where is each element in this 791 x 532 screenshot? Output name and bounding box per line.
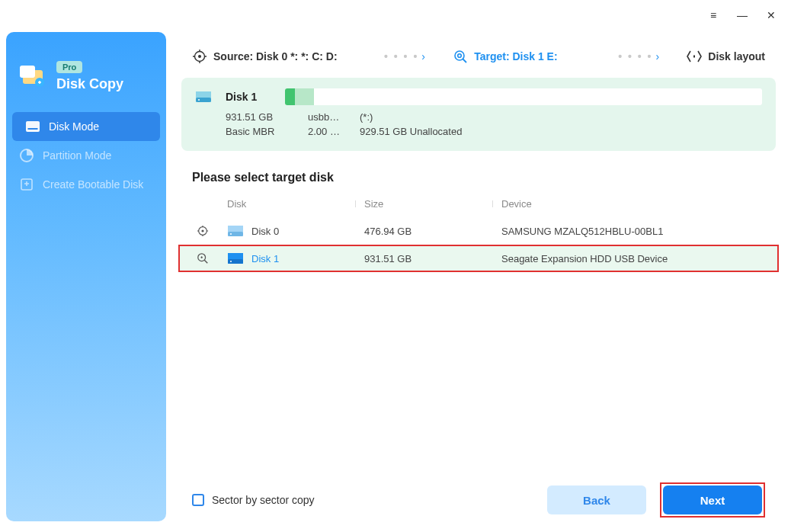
cell-size: 476.94 GB [360,226,497,237]
sidebar: Pro Disk Copy Disk Mode Partition Mode C… [6,32,166,521]
pro-badge: Pro [56,61,82,73]
source-marker-icon [192,225,223,237]
svg-point-8 [198,55,201,58]
svg-point-18 [230,233,232,235]
step-separator: • • • •› [618,50,661,62]
svg-rect-11 [693,56,695,58]
disk-card-scheme: Basic MBR [226,126,294,137]
step-target-label: Target: Disk 1 E: [474,50,557,62]
back-button[interactable]: Back [547,486,646,514]
disk-card-seg2-label: (*:) [360,111,373,123]
cell-disk: Disk 0 [223,225,360,237]
svg-point-10 [458,54,462,58]
target-icon [453,49,468,64]
step-target[interactable]: Target: Disk 1 E: [453,49,557,64]
layout-icon [687,49,702,64]
cell-size: 931.51 GB [360,253,497,264]
th-size: Size [360,198,497,210]
checkbox-label: Sector by sector copy [212,494,315,506]
disk-icon [227,225,244,237]
footer: Sector by sector copy Back Next [178,476,779,524]
table-row[interactable]: Disk 1 931.51 GB Seagate Expansion HDD U… [178,245,779,272]
target-disk-card: Disk 1 931.51 GB usbb… (*:) Basic MBR 2.… [181,78,776,151]
th-disk: Disk [223,198,360,210]
step-source-label: Source: Disk 0 *: *: C: D: [213,50,338,62]
svg-rect-1 [20,66,35,78]
table-header: Disk Size Device [178,191,779,217]
svg-rect-3 [26,121,40,132]
section-title: Please select target disk [178,165,779,187]
app-title: Disk Copy [56,76,123,92]
svg-rect-4 [28,128,38,130]
checkbox-icon [192,494,204,506]
step-source[interactable]: Source: Disk 0 *: *: C: D: [192,49,338,64]
menu-icon[interactable]: ≡ [707,9,719,21]
sidebar-item-label: Disk Mode [49,120,99,133]
close-icon[interactable]: ✕ [765,9,777,21]
disk-mode-icon [26,120,40,133]
bootable-disk-icon [20,178,34,191]
svg-point-21 [230,261,232,262]
cell-disk: Disk 1 [223,252,360,264]
disk-table: Disk Size Device Disk 0 476.94 GB SAMSUN… [178,191,779,272]
minimize-icon[interactable]: — [736,9,748,21]
disk-card-seg2-size: 929.51 GB Unallocated [360,126,462,137]
sidebar-item-create-bootable[interactable]: Create Bootable Disk [6,170,166,199]
target-marker-icon [192,252,223,264]
usage-bar [285,88,762,105]
main-content: Source: Disk 0 *: *: C: D: • • • •› Targ… [178,44,779,524]
sector-by-sector-checkbox[interactable]: Sector by sector copy [192,494,315,506]
sidebar-item-label: Partition Mode [43,149,111,162]
next-button[interactable]: Next [663,486,762,514]
disk-icon [227,252,244,264]
partition-mode-icon [20,149,34,162]
brand: Pro Disk Copy [6,53,166,112]
usage-seg-2 [295,88,314,105]
cell-device: Seagate Expansion HDD USB Device [497,253,765,264]
sidebar-item-label: Create Bootable Disk [43,178,143,191]
cell-device: SAMSUNG MZALQ512HBLU-00BL1 [497,226,765,237]
disk-icon [195,91,212,103]
disk-card-seg1-size: 2.00 … [308,126,346,137]
source-icon [192,49,207,64]
usage-seg-1 [285,88,295,105]
stepper: Source: Disk 0 *: *: C: D: • • • •› Targ… [178,44,779,78]
svg-point-16 [201,229,203,232]
th-device: Device [497,198,765,210]
disk-card-name: Disk 1 [226,91,271,103]
disk-card-seg1-label: usbb… [308,111,346,123]
step-separator: • • • •› [384,50,427,62]
app-icon [20,66,47,88]
sidebar-item-disk-mode[interactable]: Disk Mode [12,112,160,141]
step-layout[interactable]: Disk layout [687,49,765,64]
disk-card-size: 931.51 GB [226,111,294,123]
table-row[interactable]: Disk 0 476.94 GB SAMSUNG MZALQ512HBLU-00… [178,217,779,245]
sidebar-item-partition-mode[interactable]: Partition Mode [6,141,166,170]
step-layout-label: Disk layout [708,50,765,62]
svg-point-14 [198,99,200,101]
